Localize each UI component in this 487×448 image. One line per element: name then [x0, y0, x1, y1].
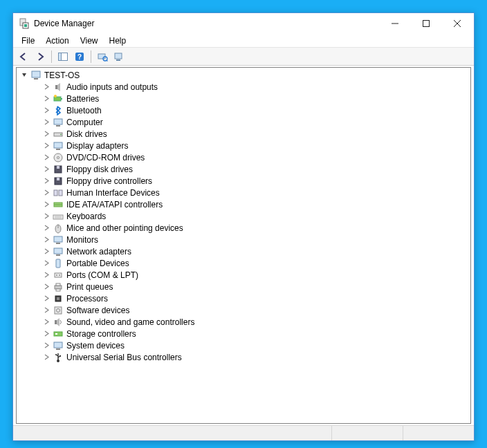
- display-icon: [53, 140, 64, 151]
- minimize-button[interactable]: [379, 14, 410, 34]
- collapse-icon[interactable]: [19, 71, 29, 80]
- forward-button[interactable]: [33, 49, 48, 64]
- help-button[interactable]: ?: [72, 49, 87, 64]
- tree-category[interactable]: Display adapters: [17, 140, 470, 151]
- expand-icon[interactable]: [42, 341, 51, 351]
- tree-category[interactable]: Disk drives: [17, 128, 470, 140]
- menu-view[interactable]: View: [75, 35, 104, 46]
- tree-category[interactable]: Universal Serial Bus controllers: [17, 351, 470, 363]
- expand-icon[interactable]: [42, 176, 51, 186]
- tree-category[interactable]: Storage controllers: [17, 328, 470, 339]
- show-hide-console-tree-button[interactable]: [55, 49, 71, 64]
- expand-icon[interactable]: [42, 223, 51, 233]
- expand-icon[interactable]: [42, 317, 51, 327]
- disk-icon: [53, 129, 64, 140]
- usb-icon: [53, 352, 64, 363]
- expand-icon[interactable]: [42, 188, 51, 198]
- expand-icon[interactable]: [42, 353, 51, 362]
- expand-icon[interactable]: [42, 294, 51, 304]
- tree-category[interactable]: Processors: [17, 292, 470, 304]
- tree-category-label: Ports (COM & LPT): [66, 270, 138, 280]
- expand-icon[interactable]: [42, 129, 51, 139]
- svg-rect-18: [55, 85, 57, 89]
- tree-category[interactable]: Network adapters: [17, 245, 470, 257]
- svg-rect-48: [55, 273, 62, 277]
- expand-icon[interactable]: [42, 165, 51, 174]
- svg-point-64: [57, 360, 59, 362]
- svg-rect-61: [54, 342, 62, 348]
- scan-hardware-button[interactable]: [95, 49, 110, 64]
- expand-icon[interactable]: [42, 82, 51, 92]
- tree-category[interactable]: Human Interface Devices: [17, 187, 470, 198]
- svg-rect-45: [54, 248, 62, 254]
- expand-icon[interactable]: [42, 118, 51, 127]
- menu-file[interactable]: File: [16, 35, 40, 46]
- svg-point-25: [60, 133, 62, 135]
- expand-icon[interactable]: [42, 282, 51, 292]
- svg-rect-26: [54, 142, 62, 148]
- expand-icon[interactable]: [42, 212, 51, 221]
- status-cell: [403, 426, 474, 440]
- software-icon: [53, 305, 64, 316]
- svg-point-21: [54, 95, 57, 97]
- expand-icon[interactable]: [42, 235, 51, 245]
- tree-category-label: Print queues: [66, 282, 113, 292]
- svg-rect-46: [56, 254, 60, 256]
- titlebar: Device Manager: [13, 13, 474, 34]
- svg-rect-47: [56, 259, 60, 268]
- tree-category[interactable]: Computer: [17, 116, 470, 128]
- tree-category[interactable]: Software devices: [17, 304, 470, 316]
- tree-root[interactable]: TEST-OS: [17, 69, 470, 81]
- expand-icon[interactable]: [42, 94, 51, 104]
- tree-category[interactable]: Portable Devices: [17, 257, 470, 269]
- svg-rect-66: [59, 355, 61, 357]
- expand-icon[interactable]: [42, 200, 51, 209]
- device-tree[interactable]: TEST-OS Audio inputs and outputsBatterie…: [16, 67, 471, 424]
- expand-icon[interactable]: [42, 270, 51, 280]
- svg-rect-15: [116, 59, 120, 61]
- svg-rect-4: [423, 21, 429, 27]
- menu-help[interactable]: Help: [104, 35, 132, 46]
- device-properties-button[interactable]: [111, 49, 127, 64]
- status-cell: [13, 426, 332, 440]
- tree-category[interactable]: System devices: [17, 339, 470, 351]
- tree-category[interactable]: IDE ATA/ATAPI controllers: [17, 198, 470, 210]
- tree-category[interactable]: Audio inputs and outputs: [17, 81, 470, 93]
- tree-category[interactable]: Keyboards: [17, 210, 470, 222]
- expand-icon[interactable]: [42, 306, 51, 315]
- tree-category[interactable]: Mice and other pointing devices: [17, 222, 470, 234]
- tree-category-label: Software devices: [66, 306, 129, 315]
- system-icon: [53, 340, 64, 351]
- status-cell: [332, 426, 403, 440]
- tree-category[interactable]: Floppy drive controllers: [17, 175, 470, 187]
- tree-category[interactable]: DVD/CD-ROM drives: [17, 151, 470, 163]
- tree-category[interactable]: Monitors: [17, 234, 470, 245]
- tree-category-label: DVD/CD-ROM drives: [66, 153, 145, 162]
- svg-rect-16: [32, 71, 40, 77]
- svg-point-65: [55, 354, 57, 355]
- back-button[interactable]: [16, 49, 31, 64]
- maximize-button[interactable]: [410, 14, 441, 34]
- tree-category[interactable]: Bluetooth: [17, 104, 470, 116]
- expand-icon[interactable]: [42, 153, 51, 162]
- bluetooth-icon: [53, 105, 64, 116]
- tree-category[interactable]: Batteries: [17, 93, 470, 104]
- tree-category[interactable]: Sound, video and game controllers: [17, 316, 470, 328]
- expand-icon[interactable]: [42, 247, 51, 256]
- expand-icon[interactable]: [42, 106, 51, 115]
- tree-category-label: Storage controllers: [66, 329, 136, 339]
- floppy-icon: [53, 164, 64, 175]
- expand-icon[interactable]: [42, 259, 51, 268]
- expand-icon[interactable]: [42, 329, 51, 339]
- close-button[interactable]: [441, 14, 472, 34]
- svg-rect-14: [115, 53, 122, 59]
- tree-category-label: Sound, video and game controllers: [66, 317, 194, 327]
- speaker-icon: [53, 82, 64, 93]
- tree-category[interactable]: Print queues: [17, 281, 470, 292]
- menu-action[interactable]: Action: [40, 35, 74, 46]
- tree-category[interactable]: Ports (COM & LPT): [17, 269, 470, 281]
- svg-point-29: [57, 156, 59, 158]
- tree-category[interactable]: Floppy disk drives: [17, 163, 470, 175]
- expand-icon[interactable]: [42, 141, 51, 151]
- svg-point-49: [56, 274, 57, 276]
